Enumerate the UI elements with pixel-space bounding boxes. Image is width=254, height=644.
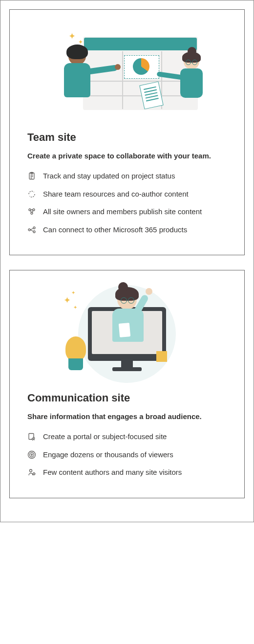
svg-point-2 xyxy=(29,209,31,211)
clipboard-icon xyxy=(27,172,36,180)
feature-item: Share team resources and co-author conte… xyxy=(27,189,227,200)
svg-point-11 xyxy=(28,451,36,458)
feature-text: Engage dozens or thousands of viewers xyxy=(43,449,227,461)
svg-point-10 xyxy=(30,452,34,457)
people-icon xyxy=(27,207,36,216)
feature-item: Create a portal or subject-focused site xyxy=(27,431,227,443)
team-site-illustration: ✦ ✦ xyxy=(27,24,227,122)
cycle-icon xyxy=(27,190,36,199)
feature-text: Share team resources and co-author conte… xyxy=(43,189,227,200)
card-subtitle: Share information that engages a broad a… xyxy=(27,411,227,422)
card-subtitle: Create a private space to collaborate wi… xyxy=(27,151,227,161)
svg-point-6 xyxy=(33,227,35,229)
card-title: Communication site xyxy=(27,392,227,404)
feature-text: Can connect to other Microsoft 365 produ… xyxy=(43,224,227,236)
broadcast-icon xyxy=(27,450,36,459)
svg-point-3 xyxy=(33,209,35,211)
card-title: Team site xyxy=(27,131,227,144)
svg-point-5 xyxy=(28,229,30,231)
communication-site-illustration: ✦ ✦ ✦ xyxy=(27,285,227,383)
svg-point-12 xyxy=(30,469,32,472)
feature-item: Can connect to other Microsoft 365 produ… xyxy=(27,224,227,236)
feature-text: Track and stay updated on project status xyxy=(43,171,227,182)
communication-site-card[interactable]: ✦ ✦ ✦ Communication site Share inform xyxy=(9,270,245,498)
feature-item: Engage dozens or thousands of viewers xyxy=(27,449,227,461)
feature-text: All site owners and members publish site… xyxy=(43,206,227,218)
connect-icon xyxy=(27,225,36,234)
svg-point-7 xyxy=(33,231,35,233)
page-icon xyxy=(27,432,36,441)
feature-item: All site owners and members publish site… xyxy=(27,206,227,218)
feature-item: Track and stay updated on project status xyxy=(27,171,227,182)
svg-point-9 xyxy=(31,454,33,455)
feature-item: Few content authors and many site visito… xyxy=(27,467,227,478)
feature-text: Create a portal or subject-focused site xyxy=(43,431,227,443)
team-site-card[interactable]: ✦ ✦ Team site Create a private space to … xyxy=(9,9,245,255)
author-icon xyxy=(27,468,36,477)
feature-text: Few content authors and many site visito… xyxy=(43,467,227,478)
svg-point-13 xyxy=(33,473,35,475)
